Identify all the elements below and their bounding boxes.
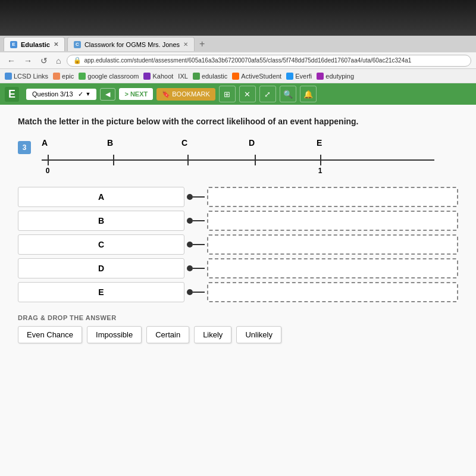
prev-button[interactable]: ◀ — [100, 88, 115, 101]
number-line-bar — [42, 159, 434, 161]
bookmark-google[interactable]: google classroom — [79, 73, 139, 80]
drag-item-even-chance[interactable]: Even Chance — [18, 326, 82, 343]
line-c — [193, 244, 205, 245]
bookmark-kahoot[interactable]: Kahoot — [143, 73, 173, 80]
lock-icon: 🔒 — [73, 57, 82, 64]
bookmark-epic-label: epic — [62, 73, 74, 80]
bookmark-epic[interactable]: epic — [53, 73, 74, 80]
back-button[interactable]: ← — [5, 55, 18, 67]
drop-box-b[interactable] — [207, 211, 458, 231]
bookmark-ixl[interactable]: IXL — [178, 73, 188, 80]
drag-item-certain[interactable]: Certain — [146, 326, 189, 343]
bookmark-edulastic[interactable]: edulastic — [193, 73, 227, 80]
bookmark-google-label: google classroom — [87, 73, 139, 80]
line-d — [193, 268, 205, 269]
reload-button[interactable]: ↺ — [38, 55, 50, 67]
number-line: 0 1 — [36, 151, 446, 175]
lcsd-icon — [5, 73, 12, 80]
bookmark-button[interactable]: 🔖 BOOKMARK — [156, 88, 215, 101]
edulastic-bm-icon — [193, 73, 200, 80]
browser-toolbar: ← → ↺ ⌂ 🔒 app.edulastic.com/student/asse… — [0, 52, 476, 69]
bookmark-kahoot-label: Kahoot — [152, 73, 173, 80]
tick-c — [187, 155, 189, 165]
connector-d — [187, 258, 205, 278]
search-icon-button[interactable]: 🔍 — [280, 86, 296, 102]
close-icon-button[interactable]: ✕ — [239, 86, 256, 102]
tick-b — [113, 155, 114, 165]
expand-icon-button[interactable]: ⤢ — [259, 86, 276, 102]
bookmark-icon: 🔖 — [162, 90, 170, 98]
drop-box-e[interactable] — [207, 282, 458, 302]
next-button-label: > NEXT — [124, 90, 148, 98]
tab-close-icon[interactable]: ✕ — [54, 41, 58, 48]
matching-area: A B C D E — [18, 187, 458, 302]
question-number-badge: 3 — [18, 141, 31, 154]
ixl-label: IXL — [178, 73, 188, 80]
bookmark-edulastic-label: edulastic — [202, 73, 227, 80]
edulastic-tab-icon: E — [10, 41, 17, 48]
home-button[interactable]: ⌂ — [54, 55, 63, 67]
new-tab-button[interactable]: + — [197, 39, 207, 49]
tab-classwork[interactable]: C Classwork for OGMS Mrs. Jones ✕ — [67, 37, 195, 51]
address-text: app.edulastic.com/student/assessment/605… — [84, 57, 411, 64]
drag-item-impossible[interactable]: Impossible — [87, 326, 142, 343]
drop-box-d[interactable] — [207, 258, 458, 278]
connector-area — [184, 187, 207, 302]
activestudent-icon — [232, 73, 239, 80]
everfi-icon — [286, 73, 293, 80]
letter-c-label: C — [181, 138, 187, 148]
bookmark-lcsd-label: LCSD Links — [14, 73, 48, 80]
letter-a-label: A — [42, 138, 48, 148]
browser-window: E Edulastic ✕ C Classwork for OGMS Mrs. … — [0, 36, 476, 476]
bookmark-everfi[interactable]: Everfi — [286, 73, 312, 80]
dot-b — [187, 218, 193, 224]
tab-edulastic[interactable]: E Edulastic ✕ — [4, 37, 65, 51]
line-e — [193, 292, 205, 293]
bookmark-lcsd[interactable]: LCSD Links — [5, 73, 48, 80]
match-item-a: A — [18, 187, 184, 207]
dropdown-icon: ▼ — [86, 91, 91, 97]
tick-a — [48, 155, 49, 165]
edulastic-toolbar: E Question 3/13 ✓ ▼ ◀ > NEXT 🔖 BOOKMARK … — [0, 83, 476, 105]
match-item-d: D — [18, 258, 184, 278]
bookmark-activestudent[interactable]: ActiveStudent — [232, 73, 281, 80]
dot-c — [187, 242, 193, 248]
epic-icon — [53, 73, 60, 80]
tick-label-0: 0 — [46, 167, 50, 175]
dot-a — [187, 194, 193, 200]
tick-label-1: 1 — [318, 167, 322, 175]
letter-b-label: B — [107, 138, 113, 148]
match-item-b: B — [18, 211, 184, 231]
bookmark-activestudent-label: ActiveStudent — [241, 73, 281, 80]
grid-icon-button[interactable]: ⊞ — [219, 86, 236, 102]
next-button[interactable]: > NEXT — [119, 88, 153, 100]
prev-arrow-icon: ◀ — [105, 90, 110, 98]
edulastic-logo: E — [5, 87, 19, 102]
question-info: Question 3/13 ✓ ▼ — [26, 89, 96, 100]
tab-classwork-close[interactable]: ✕ — [183, 41, 188, 48]
tab-edulastic-label: Edulastic — [21, 41, 50, 48]
dot-d — [187, 265, 193, 271]
connector-e — [187, 282, 205, 302]
right-drop-boxes — [207, 187, 458, 302]
classwork-tab-icon: C — [74, 41, 81, 48]
bookmark-edutyping[interactable]: edutyping — [317, 73, 354, 80]
bookmarks-bar: LCSD Links epic google classroom Kahoot … — [0, 69, 476, 83]
dot-e — [187, 289, 193, 295]
bookmark-edutyping-label: edutyping — [325, 73, 354, 80]
drop-box-a[interactable] — [207, 187, 458, 207]
drag-item-likely[interactable]: Likely — [194, 326, 231, 343]
google-icon — [79, 73, 86, 80]
content-area: Match the letter in the picture below wi… — [0, 105, 476, 476]
drag-item-unlikely[interactable]: Unlikely — [236, 326, 281, 343]
bell-icon-button[interactable]: 🔔 — [300, 86, 317, 102]
drag-label: DRAG & DROP THE ANSWER — [18, 314, 458, 321]
match-item-e: E — [18, 282, 184, 302]
number-line-container: 3 A B C D E 0 1 — [36, 138, 446, 175]
bookmark-label: BOOKMARK — [172, 90, 210, 98]
address-bar[interactable]: 🔒 app.edulastic.com/student/assessment/6… — [67, 55, 471, 67]
forward-button[interactable]: → — [21, 55, 35, 67]
letter-e-label: E — [317, 138, 322, 148]
drop-box-c[interactable] — [207, 234, 458, 255]
question-text: Match the letter in the picture below wi… — [18, 117, 458, 126]
